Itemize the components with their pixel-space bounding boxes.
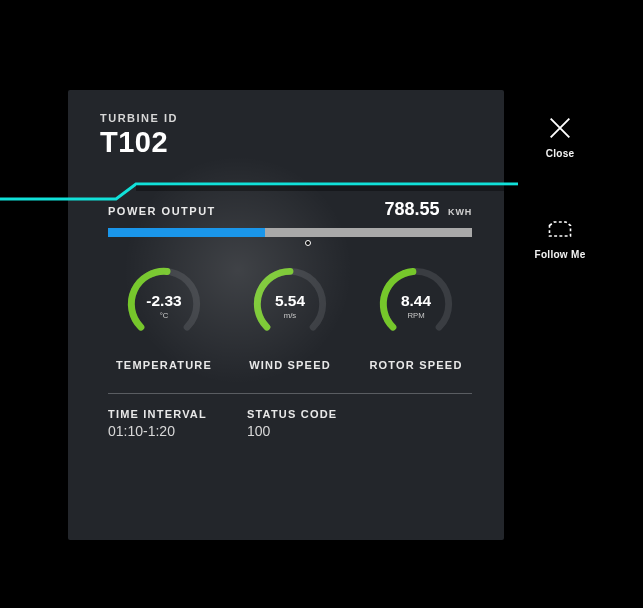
power-output-bar[interactable] — [108, 228, 472, 237]
close-label: Close — [546, 148, 575, 159]
gauge-temperature-unit: °C — [160, 311, 169, 320]
gauge-rotor-unit: RPM — [407, 311, 424, 320]
gauge-wind: 5.54 m/s WIND SPEED — [234, 261, 346, 371]
gauge-wind-label: WIND SPEED — [234, 359, 346, 371]
gauge-rotor-label: ROTOR SPEED — [360, 359, 472, 371]
power-output-unit: KWH — [448, 207, 472, 217]
info-status: STATUS CODE 100 — [247, 408, 337, 439]
power-output-handle[interactable] — [305, 240, 311, 246]
gauge-rotor: 8.44 RPM ROTOR SPEED — [360, 261, 472, 371]
power-output-label: POWER OUTPUT — [108, 205, 216, 217]
interval-label: TIME INTERVAL — [108, 408, 207, 420]
panel-header: TURBINE ID T102 — [68, 90, 504, 173]
panel-body: POWER OUTPUT 788.55 KWH -2.33 °C TEMPERA… — [68, 173, 504, 439]
gauge-temperature-label: TEMPERATURE — [108, 359, 220, 371]
power-output-row: POWER OUTPUT 788.55 KWH — [108, 199, 472, 220]
power-output-value: 788.55 — [385, 199, 440, 219]
divider — [108, 393, 472, 394]
info-interval: TIME INTERVAL 01:10-1:20 — [108, 408, 207, 439]
close-button[interactable]: Close — [520, 114, 600, 159]
follow-label: Follow Me — [534, 249, 585, 260]
gauge-wind-unit: m/s — [284, 311, 297, 320]
turbine-panel: TURBINE ID T102 POWER OUTPUT 788.55 KWH … — [68, 90, 504, 540]
camera-icon — [546, 215, 574, 243]
close-icon — [546, 114, 574, 142]
gauge-wind-value: 5.54 — [275, 292, 306, 309]
turbine-id-value: T102 — [100, 126, 476, 159]
gauge-temperature-value: -2.33 — [146, 292, 182, 309]
gauges-row: -2.33 °C TEMPERATURE 5.54 m/s WIND SPEED — [108, 261, 472, 371]
status-label: STATUS CODE — [247, 408, 337, 420]
gauge-temperature: -2.33 °C TEMPERATURE — [108, 261, 220, 371]
status-value: 100 — [247, 423, 337, 439]
interval-value: 01:10-1:20 — [108, 423, 207, 439]
power-output-value-wrap: 788.55 KWH — [385, 199, 472, 220]
info-row: TIME INTERVAL 01:10-1:20 STATUS CODE 100 — [108, 408, 472, 439]
follow-button[interactable]: Follow Me — [520, 215, 600, 260]
side-actions: Close Follow Me — [520, 114, 600, 316]
power-output-bar-fill — [108, 228, 265, 237]
turbine-id-label: TURBINE ID — [100, 112, 476, 124]
gauge-rotor-value: 8.44 — [401, 292, 432, 309]
